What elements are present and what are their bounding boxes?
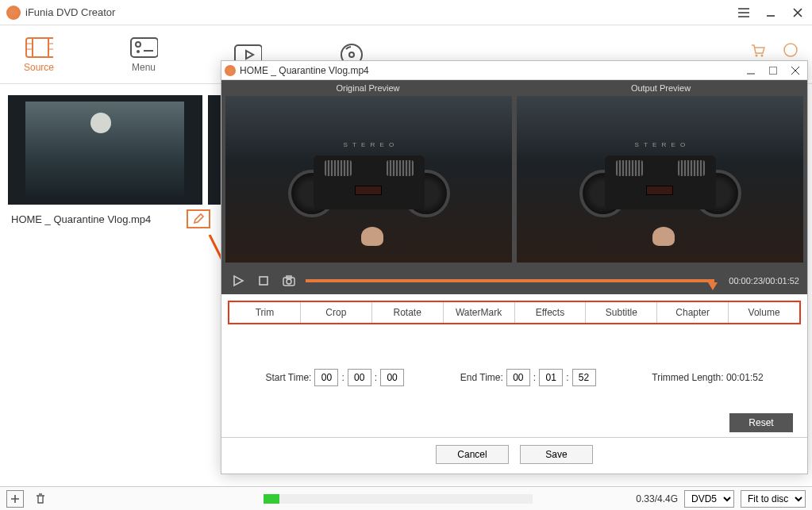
add-media-button[interactable]	[6, 490, 24, 508]
main-titlebar: iFunia DVD Creator	[0, 0, 812, 25]
editor-close-button[interactable]	[787, 63, 804, 78]
svg-point-9	[137, 50, 140, 53]
end-mm-input[interactable]	[539, 369, 563, 386]
dialog-button-row: Cancel Save	[221, 437, 807, 470]
edit-media-button[interactable]	[187, 209, 210, 228]
original-preview[interactable]: S T E R E O	[225, 96, 512, 263]
reset-button[interactable]: Reset	[729, 413, 793, 432]
trim-panel: Start Time: : : End Time: : : Trimmed Le…	[221, 331, 807, 394]
end-time-group: End Time: : :	[460, 369, 596, 386]
edit-tab-crop[interactable]: Crop	[301, 302, 372, 323]
editor-minimize-button[interactable]	[742, 63, 760, 78]
end-time-label: End Time:	[460, 372, 503, 383]
trimmed-length: Trimmed Length: 00:01:52	[652, 372, 763, 383]
svg-point-15	[761, 55, 764, 57]
editor-maximize-button[interactable]	[764, 63, 782, 78]
edit-tabs: Trim Crop Rotate WaterMark Effects Subti…	[228, 301, 801, 324]
help-icon[interactable]	[783, 43, 798, 57]
start-hh-input[interactable]	[314, 369, 338, 386]
preview-row: S T E R E O S T E R E O	[221, 96, 807, 267]
start-mm-input[interactable]	[348, 369, 371, 386]
media-area: HOME _ Quarantine Vlog.mp4	[8, 95, 210, 228]
edit-tab-watermark[interactable]: WaterMark	[444, 302, 515, 323]
end-hh-input[interactable]	[506, 369, 530, 386]
delete-media-button[interactable]	[32, 490, 49, 508]
menu-template-icon	[129, 36, 158, 59]
start-time-group: Start Time: : :	[265, 369, 404, 386]
editor-title: HOME _ Quarantine Vlog.mp4	[240, 65, 369, 76]
hamburger-icon[interactable]	[736, 5, 752, 21]
playback-time: 00:00:23/00:01:52	[729, 276, 799, 286]
stop-button[interactable]	[255, 272, 272, 290]
svg-point-14	[756, 55, 758, 57]
cart-icon[interactable]	[750, 43, 766, 57]
film-icon	[25, 36, 53, 59]
close-button[interactable]	[790, 5, 806, 21]
playback-controls: 00:00:23/00:01:52	[221, 267, 807, 294]
tab-source-label: Source	[24, 62, 54, 73]
app-logo-icon	[6, 6, 21, 20]
seek-handle-icon[interactable]	[708, 282, 718, 290]
end-ss-input[interactable]	[572, 369, 596, 386]
cancel-button[interactable]: Cancel	[436, 445, 509, 464]
editor-dialog: HOME _ Quarantine Vlog.mp4 Original Prev…	[221, 60, 808, 474]
disc-usage-fill	[264, 494, 279, 504]
editor-logo-icon	[225, 65, 236, 76]
svg-point-8	[136, 42, 140, 47]
svg-rect-7	[131, 38, 158, 57]
svg-point-16	[784, 44, 797, 56]
edit-tab-chapter[interactable]: Chapter	[657, 302, 729, 323]
seek-bar[interactable]	[306, 279, 714, 282]
start-ss-input[interactable]	[380, 369, 404, 386]
play-button[interactable]	[229, 272, 247, 290]
edit-tab-trim[interactable]: Trim	[229, 302, 301, 323]
status-bar: 0.33/4.4G DVD5 Fit to disc	[0, 486, 812, 510]
svg-point-13	[349, 52, 354, 57]
editor-titlebar: HOME _ Quarantine Vlog.mp4	[221, 61, 807, 80]
media-thumbnail[interactable]	[8, 95, 202, 205]
start-time-label: Start Time:	[265, 372, 311, 383]
app-title: iFunia DVD Creator	[25, 6, 115, 18]
svg-point-20	[287, 279, 291, 284]
media-thumbnail-2[interactable]	[208, 95, 221, 205]
tab-menu-label: Menu	[132, 62, 156, 73]
svg-rect-17	[770, 67, 777, 74]
snapshot-button[interactable]	[280, 272, 298, 290]
edit-tab-effects[interactable]: Effects	[515, 302, 587, 323]
save-button[interactable]: Save	[520, 445, 593, 464]
fit-mode-select[interactable]: Fit to disc	[741, 490, 806, 508]
preview-header: Original Preview Output Preview	[221, 80, 807, 96]
output-preview[interactable]: S T E R E O	[517, 96, 803, 263]
edit-tab-volume[interactable]: Volume	[729, 302, 799, 323]
svg-rect-18	[260, 277, 267, 285]
disc-usage-bar	[264, 494, 533, 504]
disc-type-select[interactable]: DVD5	[684, 490, 734, 508]
edit-tab-subtitle[interactable]: Subtitle	[586, 302, 657, 323]
media-filename: HOME _ Quarantine Vlog.mp4	[8, 213, 151, 225]
output-preview-label: Output Preview	[514, 80, 807, 96]
disc-usage-text: 0.33/4.4G	[636, 493, 678, 504]
edit-tab-rotate[interactable]: Rotate	[372, 302, 444, 323]
original-preview-label: Original Preview	[221, 80, 514, 96]
minimize-button[interactable]	[763, 5, 779, 21]
tab-source[interactable]: Source	[24, 36, 54, 73]
tab-menu[interactable]: Menu	[129, 36, 158, 73]
